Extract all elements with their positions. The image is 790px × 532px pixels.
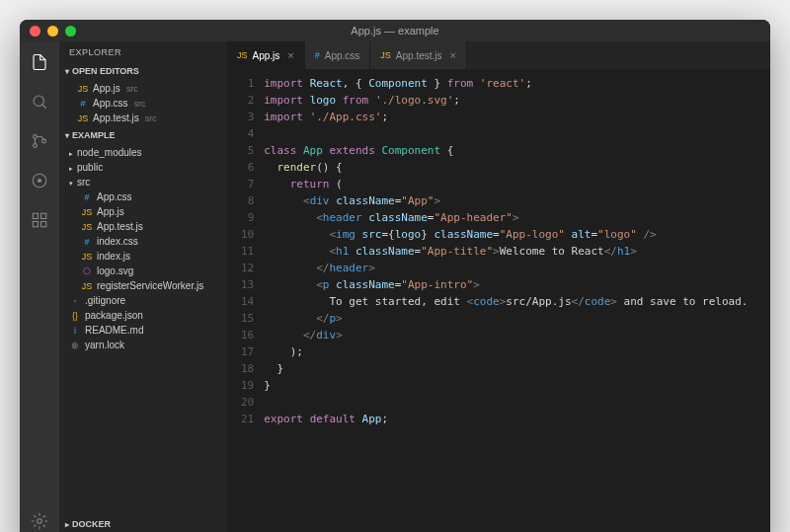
file-icon: JS xyxy=(77,84,89,94)
folder-chevron-icon xyxy=(69,162,73,173)
file-icon: JS xyxy=(81,281,93,291)
file-icon: ◦ xyxy=(69,296,81,306)
file-item[interactable]: ⎔logo.svg xyxy=(59,264,227,278)
maximize-window-button[interactable] xyxy=(65,26,76,37)
file-name: index.css xyxy=(97,236,138,247)
file-icon: JS xyxy=(380,50,391,60)
file-name: App.css xyxy=(97,191,132,202)
files-icon[interactable] xyxy=(29,51,50,73)
file-icon: JS xyxy=(237,50,248,60)
file-item[interactable]: {}package.json xyxy=(59,308,227,323)
docker-header[interactable]: DOCKER xyxy=(59,516,227,532)
editor-tab[interactable]: JSApp.test.js× xyxy=(370,41,467,69)
file-icon: JS xyxy=(81,222,93,232)
file-icon: ⊗ xyxy=(69,341,81,350)
file-icon: # xyxy=(315,50,320,60)
file-item[interactable]: iREADME.md xyxy=(59,323,227,338)
svg-point-10 xyxy=(38,519,42,524)
open-editor-item[interactable]: JSApp.jssrc xyxy=(59,81,227,96)
file-icon: {} xyxy=(69,311,81,321)
file-name: App.test.js xyxy=(93,113,139,123)
svg-rect-9 xyxy=(41,222,46,227)
close-tab-icon[interactable]: × xyxy=(287,49,293,61)
search-icon[interactable] xyxy=(29,91,50,113)
file-item[interactable]: #index.css xyxy=(59,234,227,249)
file-name: package.json xyxy=(85,310,143,321)
sidebar-header: EXPLORER xyxy=(59,41,227,63)
tab-label: App.js xyxy=(253,50,280,61)
folder-item[interactable]: node_modules xyxy=(59,145,227,160)
open-editors-header[interactable]: OPEN EDITORS xyxy=(59,63,227,79)
tab-label: App.css xyxy=(325,50,360,61)
minimize-window-button[interactable] xyxy=(47,26,58,37)
file-dir: src xyxy=(134,99,146,109)
sidebar: EXPLORER OPEN EDITORS JSApp.jssrc#App.cs… xyxy=(59,41,227,532)
file-item[interactable]: JSindex.js xyxy=(59,249,227,264)
file-dir: src xyxy=(126,84,138,94)
file-item[interactable]: ⊗yarn.lock xyxy=(59,338,227,352)
file-name: App.css xyxy=(93,98,128,109)
file-dir: src xyxy=(145,114,157,123)
folder-chevron-icon xyxy=(69,177,73,188)
file-tree: node_modulespublicsrc#App.cssJSApp.jsJSA… xyxy=(59,143,227,354)
folder-chevron-icon xyxy=(69,147,73,158)
vscode-window: App.js — example EXPLORER OPEN EDITORS J… xyxy=(20,20,770,532)
tabs-container: JSApp.js×#App.cssJSApp.test.js× xyxy=(227,41,770,69)
folder-item[interactable]: src xyxy=(59,175,227,190)
file-name: .gitignore xyxy=(85,295,125,306)
file-name: logo.svg xyxy=(97,266,133,276)
close-window-button[interactable] xyxy=(30,26,40,37)
svg-rect-6 xyxy=(33,213,38,218)
file-icon: # xyxy=(81,192,93,202)
tab-label: App.test.js xyxy=(396,50,442,61)
close-tab-icon[interactable]: × xyxy=(450,49,456,61)
open-editor-item[interactable]: JSApp.test.jssrc xyxy=(59,111,227,125)
editor-group: JSApp.js×#App.cssJSApp.test.js× 12345678… xyxy=(227,41,770,532)
extensions-icon[interactable] xyxy=(29,209,50,231)
folder-name: public xyxy=(77,162,103,173)
svg-point-2 xyxy=(34,144,38,148)
window-title: App.js — example xyxy=(351,25,438,37)
code-content[interactable]: import React, { Component } from 'react'… xyxy=(264,69,770,532)
file-icon: JS xyxy=(81,252,93,262)
file-name: App.js xyxy=(97,206,124,217)
file-name: yarn.lock xyxy=(85,340,124,350)
file-item[interactable]: JSApp.js xyxy=(59,204,227,219)
file-name: App.js xyxy=(93,83,120,94)
line-numbers: 123456789101112131415161718192021 xyxy=(227,69,264,532)
folder-name: src xyxy=(77,177,90,188)
folder-name: node_modules xyxy=(77,147,142,158)
file-icon: JS xyxy=(81,207,93,217)
file-icon: # xyxy=(77,99,89,109)
file-name: README.md xyxy=(85,325,143,336)
file-icon: # xyxy=(81,237,93,247)
svg-point-1 xyxy=(34,135,38,139)
workbench: EXPLORER OPEN EDITORS JSApp.jssrc#App.cs… xyxy=(20,41,770,532)
svg-rect-7 xyxy=(41,213,46,218)
project-header[interactable]: EXAMPLE xyxy=(59,127,227,143)
file-item[interactable]: JSregisterServiceWorker.js xyxy=(59,278,227,293)
file-item[interactable]: ◦.gitignore xyxy=(59,293,227,308)
titlebar: App.js — example xyxy=(20,20,770,41)
folder-item[interactable]: public xyxy=(59,160,227,175)
settings-icon[interactable] xyxy=(29,510,50,532)
file-item[interactable]: #App.css xyxy=(59,190,227,204)
editor-tab[interactable]: #App.css xyxy=(305,41,371,69)
debug-icon[interactable] xyxy=(29,170,50,191)
editor[interactable]: 123456789101112131415161718192021 import… xyxy=(227,69,770,532)
file-icon: ⎔ xyxy=(81,266,93,276)
svg-point-5 xyxy=(39,180,41,183)
source-control-icon[interactable] xyxy=(29,130,50,152)
file-name: index.js xyxy=(97,251,130,262)
traffic-lights xyxy=(30,26,76,37)
file-item[interactable]: JSApp.test.js xyxy=(59,219,227,234)
open-editor-item[interactable]: #App.csssrc xyxy=(59,96,227,111)
file-icon: i xyxy=(69,326,81,336)
open-editors-list: JSApp.jssrc#App.csssrcJSApp.test.jssrc xyxy=(59,79,227,127)
editor-tab[interactable]: JSApp.js× xyxy=(227,41,305,69)
file-icon: JS xyxy=(77,114,89,123)
svg-point-0 xyxy=(34,96,44,107)
activity-bar xyxy=(20,41,59,532)
file-name: registerServiceWorker.js xyxy=(97,280,203,291)
svg-rect-8 xyxy=(33,222,38,227)
